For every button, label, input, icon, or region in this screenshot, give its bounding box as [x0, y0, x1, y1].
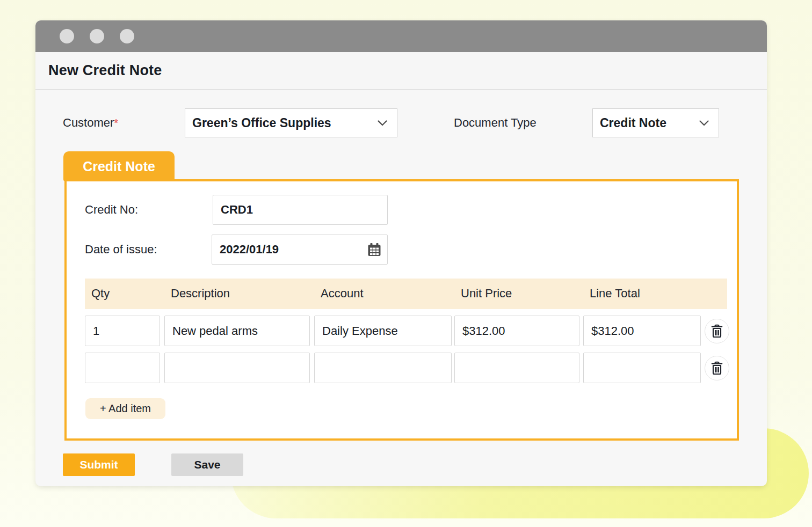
window-control-dot[interactable]	[60, 29, 74, 43]
unit-price-input[interactable]	[454, 316, 579, 346]
app-window: New Credit Note Customer* Green’s Office…	[35, 20, 767, 486]
credit-no-label: Credit No:	[85, 203, 138, 217]
qty-input[interactable]	[85, 353, 160, 383]
date-of-issue-input[interactable]	[212, 235, 388, 265]
customer-select[interactable]: Green’s Office Supplies	[185, 108, 397, 137]
chevron-down-icon	[378, 120, 387, 126]
account-input[interactable]	[314, 353, 452, 383]
document-type-select[interactable]: Credit Note	[592, 108, 719, 137]
column-header-line-total: Line Total	[590, 287, 640, 301]
unit-price-input[interactable]	[454, 353, 579, 383]
save-button[interactable]: Save	[171, 453, 243, 476]
delete-row-button[interactable]	[705, 319, 729, 343]
add-item-button[interactable]: + Add item	[85, 398, 165, 419]
customer-select-value: Green’s Office Supplies	[192, 116, 331, 130]
description-input[interactable]	[164, 316, 310, 346]
column-header-qty: Qty	[91, 287, 110, 301]
credit-note-panel: Credit No: Date of issue:	[64, 179, 739, 441]
window-control-dot[interactable]	[120, 29, 134, 43]
column-header-account: Account	[321, 287, 364, 301]
chevron-down-icon	[699, 120, 709, 126]
description-input[interactable]	[164, 353, 310, 383]
items-table-header: Qty Description Account Unit Price Line …	[85, 279, 727, 309]
tab-credit-note-label: Credit Note	[83, 159, 155, 174]
trash-icon	[711, 361, 723, 375]
date-of-issue-label: Date of issue:	[85, 243, 157, 257]
qty-input[interactable]	[85, 316, 160, 346]
trash-icon	[711, 324, 723, 338]
page-header: New Credit Note	[35, 52, 767, 90]
column-header-description: Description	[171, 287, 230, 301]
customer-label: Customer*	[63, 116, 118, 130]
required-asterisk: *	[114, 117, 118, 129]
document-type-label: Document Type	[454, 116, 536, 130]
delete-row-button[interactable]	[705, 356, 729, 380]
line-total-input[interactable]	[583, 353, 701, 383]
line-total-input[interactable]	[583, 316, 701, 346]
account-input[interactable]	[314, 316, 452, 346]
tab-credit-note[interactable]: Credit Note	[63, 151, 175, 181]
date-of-issue-field	[212, 235, 388, 265]
calendar-icon[interactable]	[367, 243, 381, 257]
page-title: New Credit Note	[48, 62, 162, 79]
document-type-select-value: Credit Note	[600, 116, 666, 130]
customer-label-text: Customer	[63, 116, 114, 129]
submit-button[interactable]: Submit	[63, 453, 135, 476]
credit-no-input[interactable]	[213, 195, 388, 225]
column-header-unit-price: Unit Price	[461, 287, 512, 301]
window-titlebar	[35, 20, 767, 52]
window-control-dot[interactable]	[90, 29, 104, 43]
